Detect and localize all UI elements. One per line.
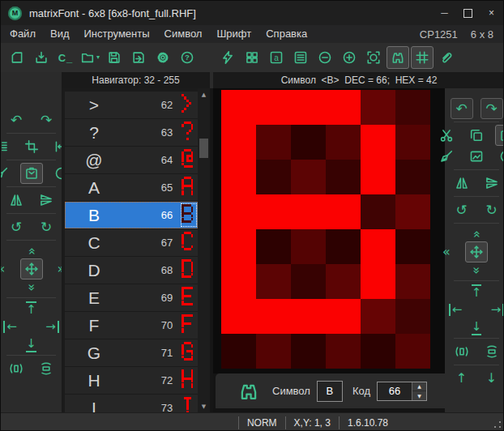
new-from-code-button[interactable]: C_ [54, 46, 77, 69]
pixel-cell[interactable] [221, 264, 256, 299]
settings-button[interactable] [152, 46, 174, 69]
pixel-cell[interactable] [291, 90, 326, 125]
pixel-cell[interactable] [221, 160, 256, 194]
preview-text-button[interactable]: a [265, 46, 288, 69]
shift-down-button[interactable]: » [20, 277, 43, 298]
char-row-63[interactable]: ?63 [65, 119, 198, 146]
crop-canvas-button[interactable] [20, 136, 43, 157]
spin-down-button[interactable]: ▼ [412, 391, 426, 400]
char-row-73[interactable]: I73 [65, 395, 198, 412]
align-right-button[interactable]: → [486, 299, 504, 320]
char-row-70[interactable]: F70 [65, 312, 198, 339]
pixel-cell[interactable] [326, 194, 361, 229]
save-as-button[interactable] [127, 46, 150, 69]
pixel-cell[interactable] [361, 334, 395, 369]
pixel-cell[interactable] [326, 125, 361, 160]
pixel-cell[interactable] [221, 194, 256, 229]
rotate-left-button[interactable]: ↺ [5, 216, 28, 237]
help-button[interactable]: ? [176, 46, 199, 69]
char-row-67[interactable]: C67 [65, 229, 198, 256]
zoom-in-button[interactable] [338, 46, 361, 69]
spin-up-button[interactable]: ▲ [412, 382, 426, 392]
center-vertical-button[interactable] [35, 358, 58, 379]
pixel-cell[interactable] [221, 299, 256, 334]
zoom-out-button[interactable] [314, 46, 336, 69]
menu-item-font[interactable]: Шрифт [209, 25, 258, 43]
paste-button[interactable] [495, 125, 504, 146]
char-height-button[interactable] [0, 136, 13, 157]
char-row-64[interactable]: @64 [65, 147, 198, 173]
clear-char-button[interactable] [435, 146, 458, 167]
pixel-cell[interactable] [291, 264, 326, 299]
pixel-cell[interactable] [361, 125, 395, 160]
pixel-cell[interactable] [395, 334, 430, 369]
pixel-cell[interactable] [395, 125, 430, 160]
center-vertical-button[interactable] [481, 341, 503, 362]
pixel-cell[interactable] [326, 90, 361, 125]
menu-item-file[interactable]: Файл [2, 25, 43, 43]
pixel-cell[interactable] [395, 229, 430, 264]
pixel-cell[interactable] [256, 90, 291, 125]
code-listing-button[interactable] [289, 46, 312, 69]
char-row-72[interactable]: H72 [65, 367, 198, 394]
pixel-cell[interactable] [256, 299, 291, 334]
pixel-cell[interactable] [291, 334, 326, 369]
symbol-input[interactable]: B [317, 381, 343, 402]
pixel-cell[interactable] [361, 160, 395, 194]
code-input[interactable]: 66 [378, 382, 412, 400]
undo-button[interactable]: ↶ [5, 109, 28, 130]
row-up-button[interactable]: ↑ [451, 368, 473, 389]
center-horizontal-button[interactable] [451, 341, 473, 362]
flip-horizontal-button[interactable] [451, 173, 473, 194]
rotate-left-button[interactable]: ↺ [451, 199, 473, 220]
pixel-cell[interactable] [291, 125, 326, 160]
row-down-button[interactable]: ↓ [481, 368, 503, 389]
center-horizontal-button[interactable] [5, 358, 28, 379]
redo-button[interactable]: ↷ [481, 98, 503, 119]
pixel-cell[interactable] [221, 125, 256, 160]
pixel-cell[interactable] [256, 334, 291, 369]
char-row-65[interactable]: A65 [65, 174, 198, 201]
find-character-button[interactable] [387, 46, 409, 69]
char-row-71[interactable]: G71 [65, 339, 198, 366]
rotate-right-button[interactable]: ↻ [35, 216, 58, 237]
char-row-66[interactable]: B66 [65, 202, 198, 228]
copy-button[interactable] [465, 125, 488, 146]
pixel-cell[interactable] [256, 160, 291, 194]
pixel-cell[interactable] [291, 160, 326, 194]
char-row-62[interactable]: >62 [65, 92, 198, 118]
char-map-button[interactable] [241, 46, 263, 69]
pixel-cell[interactable] [395, 264, 430, 299]
menu-item-view[interactable]: Вид [43, 25, 77, 43]
import-image-button[interactable] [465, 146, 488, 167]
pixel-cell[interactable] [395, 90, 430, 125]
pixel-cell[interactable] [256, 229, 291, 264]
shift-down-button[interactable]: » [465, 260, 488, 281]
shift-right-button[interactable]: » [495, 241, 504, 262]
pixel-cell[interactable] [221, 90, 256, 125]
save-button[interactable] [103, 46, 126, 69]
align-left-button[interactable]: ← [0, 316, 22, 337]
undo-button[interactable]: ↶ [451, 98, 473, 119]
navigator-scrollbar[interactable]: ▲ ▼ [198, 88, 210, 412]
pixel-cell[interactable] [291, 299, 326, 334]
pixel-cell[interactable] [395, 160, 430, 194]
align-right-button[interactable]: → [41, 316, 64, 337]
char-row-68[interactable]: D68 [65, 257, 198, 284]
pixel-cell[interactable] [326, 229, 361, 264]
pixel-cell[interactable] [326, 160, 361, 194]
pixel-cell[interactable] [256, 264, 291, 299]
scroll-down-icon[interactable]: ▼ [198, 400, 210, 412]
flip-vertical-button[interactable] [35, 190, 58, 211]
maximize-button[interactable] [456, 1, 480, 25]
invert-char-button[interactable] [495, 146, 504, 167]
flip-vertical-button[interactable] [481, 173, 503, 194]
align-bottom-button[interactable]: ↓ [465, 318, 488, 339]
scroll-up-icon[interactable]: ▲ [198, 88, 210, 100]
zoom-fit-button[interactable] [362, 46, 385, 69]
char-row-69[interactable]: E69 [65, 284, 198, 311]
cut-button[interactable] [435, 125, 458, 146]
align-left-button[interactable]: ← [444, 299, 467, 320]
pixel-cell[interactable] [361, 90, 395, 125]
import-font-button[interactable] [30, 46, 53, 69]
